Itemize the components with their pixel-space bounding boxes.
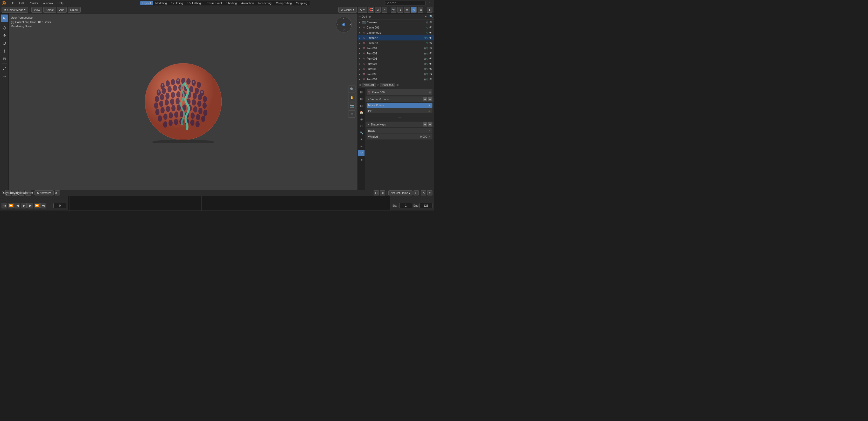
tl-snap-btn[interactable]: ⊙ bbox=[413, 190, 419, 195]
props-tab-output[interactable]: ⊞ bbox=[358, 96, 365, 102]
props-tab-scene[interactable]: 🏠 bbox=[358, 109, 365, 116]
outliner-item-furr007[interactable]: ▶ ▽ Furr.007 ⊞ ▽ 👁 bbox=[358, 77, 434, 82]
snap-btn[interactable]: 🧲 bbox=[368, 7, 374, 13]
prev-key-btn[interactable]: ⏪ bbox=[8, 203, 14, 208]
vg-lock-move-points[interactable] bbox=[428, 104, 431, 107]
viewport-camera[interactable]: 📷 bbox=[391, 7, 396, 13]
outliner-item-furr006[interactable]: ▶ ▽ Furr.006 ⊞ ▽ 👁 bbox=[358, 71, 434, 77]
sk-item-winded[interactable]: Winded 0.000 ✓ bbox=[367, 134, 432, 139]
end-frame-input[interactable] bbox=[420, 203, 432, 208]
outliner-item-furr003[interactable]: ▶ ▽ Furr.003 ⊞ ▽ 👁 bbox=[358, 56, 434, 61]
vertex-group-add-btn[interactable]: + bbox=[423, 97, 427, 101]
tl-falloff-btn[interactable]: ∿ bbox=[421, 190, 426, 195]
proportional-btn[interactable]: ⊙ bbox=[375, 7, 381, 13]
workspace-shading[interactable]: Shading bbox=[224, 1, 239, 5]
timeline-frame-strip[interactable]: 0 20 40 60 80 100 120 140 160 180 200 22… bbox=[68, 196, 391, 210]
outliner-item-camera[interactable]: ▶ 📷 Camera ⊡ 👁 bbox=[358, 20, 434, 25]
prev-frame-btn[interactable]: ◀ bbox=[14, 203, 20, 208]
outliner-item-circle001[interactable]: ▶ ▽ Circle.001 ▽ 👁 bbox=[358, 25, 434, 30]
edit-menu[interactable]: Edit bbox=[17, 1, 26, 5]
first-frame-btn[interactable]: ⏮ bbox=[2, 203, 7, 208]
eye-emitter2[interactable]: 👁 bbox=[429, 36, 433, 40]
global-search[interactable] bbox=[384, 1, 426, 5]
add-menu[interactable]: Add bbox=[57, 7, 67, 13]
props-tab-material[interactable]: ◈ bbox=[358, 157, 365, 163]
workspace-compositing[interactable]: Compositing bbox=[274, 1, 294, 5]
scale-tool[interactable] bbox=[1, 47, 8, 55]
workspace-scripting[interactable]: Scripting bbox=[294, 1, 309, 5]
move-tool[interactable] bbox=[1, 32, 8, 39]
eye-furr001[interactable]: 👁 bbox=[429, 46, 433, 50]
props-tab-particles[interactable]: ✦ bbox=[358, 136, 365, 142]
zoom-in-btn[interactable]: 🔍 bbox=[348, 86, 355, 93]
object-menu[interactable]: Object bbox=[68, 7, 81, 13]
props-tab-data[interactable]: ▽ bbox=[358, 150, 365, 156]
grid-btn[interactable]: ⊞ bbox=[348, 110, 355, 118]
timeline-marker-btn[interactable]: Marker bbox=[25, 190, 31, 196]
start-frame-input[interactable] bbox=[399, 203, 412, 208]
last-frame-btn[interactable]: ⏭ bbox=[40, 203, 46, 208]
outliner-item-furr002[interactable]: ▶ ▽ Furr.002 ⊞ ▽ 👁 bbox=[358, 51, 434, 56]
transform-tool[interactable] bbox=[1, 55, 8, 62]
tl-filter-btn[interactable]: ⊟ bbox=[374, 190, 379, 195]
tl-channel-btn[interactable]: ⊞ bbox=[380, 190, 385, 195]
viewport-overlay[interactable]: ⊞ bbox=[418, 7, 423, 13]
sk-item-basis[interactable]: Basis ✓ bbox=[367, 128, 432, 133]
camera-view-btn[interactable]: 📷 bbox=[348, 102, 355, 109]
workspace-modeling[interactable]: Modeling bbox=[153, 1, 169, 5]
render-menu[interactable]: Render bbox=[27, 1, 40, 5]
tl-falloff-down[interactable]: ▾ bbox=[427, 190, 432, 195]
play-btn[interactable]: ▶ bbox=[21, 203, 27, 208]
filter-icon[interactable]: ≡ bbox=[427, 1, 432, 5]
viewport-shading-rendered[interactable]: ◎ bbox=[411, 7, 416, 13]
view-menu[interactable]: View bbox=[31, 7, 42, 13]
viewport-shading-solid[interactable]: ● bbox=[398, 7, 403, 13]
pivot-point[interactable]: ⊙ ▾ bbox=[358, 7, 367, 13]
help-menu[interactable]: Help bbox=[56, 1, 66, 5]
normalize-btn[interactable]: ⇅ Normalize bbox=[34, 190, 54, 195]
transform-orientation[interactable]: ⊕ Global ▾ bbox=[338, 7, 357, 13]
workspace-texture[interactable]: Texture Paint bbox=[203, 1, 224, 5]
shape-key-remove-btn[interactable]: − bbox=[428, 122, 432, 127]
workspace-rendering[interactable]: Rendering bbox=[256, 1, 274, 5]
viewport-gizmo[interactable]: Z -Z X -X Y bbox=[335, 15, 355, 36]
data-name-btn[interactable]: Plane.006 bbox=[380, 83, 395, 87]
next-frame-btn[interactable]: ▶ bbox=[28, 203, 33, 208]
normalize-reset-btn[interactable]: ↺ bbox=[55, 190, 60, 195]
current-frame-input[interactable] bbox=[53, 203, 66, 208]
workspace-layout[interactable]: Layout bbox=[140, 1, 153, 5]
vg-lock-pin[interactable] bbox=[428, 109, 431, 112]
props-tab-object[interactable]: ⊙ bbox=[358, 123, 365, 129]
annotate-tool[interactable] bbox=[1, 65, 8, 72]
window-menu[interactable]: Window bbox=[41, 1, 55, 5]
select-tool[interactable] bbox=[1, 14, 8, 22]
workspace-sculpting[interactable]: Sculpting bbox=[169, 1, 185, 5]
cursor-tool[interactable] bbox=[1, 24, 8, 31]
eye-circle001[interactable]: 👁 bbox=[429, 26, 433, 29]
next-key-btn[interactable]: ⏩ bbox=[34, 203, 40, 208]
select-menu[interactable]: Select bbox=[43, 7, 56, 13]
rotate-tool[interactable] bbox=[1, 40, 8, 47]
props-tab-world[interactable]: ◉ bbox=[358, 116, 365, 122]
nearest-frame-btn[interactable]: Nearest Frame ▾ bbox=[389, 190, 412, 195]
outliner-item-emitter001[interactable]: ▶ ▽ Emitter.001 ▽ 👁 bbox=[358, 30, 434, 35]
outliner-item-furr004[interactable]: ▶ ▽ Furr.004 ⊞ ▽ 👁 bbox=[358, 61, 434, 66]
pan-btn[interactable]: ✋ bbox=[348, 94, 355, 101]
eye-camera[interactable]: 👁 bbox=[429, 21, 433, 24]
measure-tool[interactable] bbox=[1, 73, 8, 80]
obj-data-block-btn[interactable]: Hole.001 bbox=[362, 83, 376, 87]
workspace-uv[interactable]: UV Editing bbox=[185, 1, 203, 5]
props-tab-physics[interactable]: ∿ bbox=[358, 143, 365, 149]
render-pause[interactable]: ⏸ bbox=[427, 7, 432, 13]
vg-item-move-points[interactable]: Move Points bbox=[367, 103, 432, 108]
3d-viewport[interactable]: User Perspective (0) Collection | Hole.0… bbox=[9, 13, 358, 190]
mode-selector[interactable]: ◉ Object Mode ▾ bbox=[2, 7, 28, 13]
sk-check-basis[interactable]: ✓ bbox=[428, 129, 431, 132]
props-tab-modifier[interactable]: 🔧 bbox=[358, 130, 365, 136]
outliner-filter-icon[interactable]: ▼ bbox=[425, 15, 427, 18]
outliner-item-furr005[interactable]: ▶ ▽ Furr.005 ⊞ ▽ 👁 bbox=[358, 66, 434, 71]
workspace-animation[interactable]: Animation bbox=[239, 1, 256, 5]
eye-emitter001[interactable]: 👁 bbox=[429, 31, 433, 34]
shape-key-add-btn[interactable]: + bbox=[423, 122, 427, 127]
viewport-shading-material[interactable]: ◉ bbox=[404, 7, 410, 13]
